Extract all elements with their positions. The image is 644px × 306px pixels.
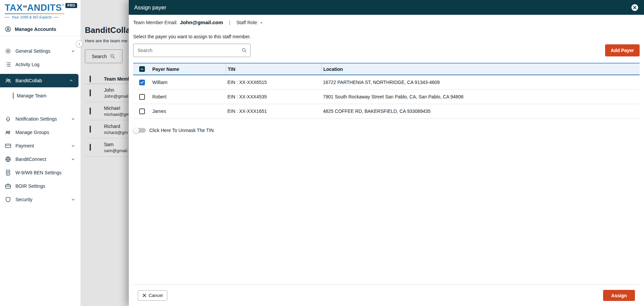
nav-label: Security [15, 197, 33, 202]
column-header-location: Location [321, 63, 640, 75]
payer-name: William [151, 80, 226, 85]
person-circle-icon [5, 26, 11, 33]
chevron-down-icon [70, 48, 76, 54]
payer-checkbox[interactable] [139, 80, 145, 85]
nav-label: Manage Groups [15, 130, 49, 135]
nav-label: BOIR Settings [15, 183, 45, 189]
x-icon [143, 294, 146, 297]
payer-search [133, 44, 251, 57]
unmask-tin-row: Click Here To Unmask The TIN [133, 127, 640, 133]
people-icon [5, 77, 11, 84]
payer-location: 7901 South Rockaway Street San Pablo, CA… [321, 94, 640, 99]
sidebar-item-manage-accounts[interactable]: Manage Accounts [0, 23, 80, 36]
nav-label: Notification Settings [15, 116, 57, 122]
brand-tax-text: TAX [5, 3, 23, 13]
sidebar-item-w9-w8-ben-settings[interactable]: W-9/W8 BEN Settings [0, 166, 80, 179]
payer-name: James [151, 108, 226, 114]
info-separator: | [229, 20, 230, 25]
chevron-down-icon [70, 143, 76, 148]
sidebar-item-manage-team[interactable]: Manage Team [0, 90, 80, 101]
registered-mark: ® [62, 3, 64, 7]
sidebar-item-general-settings[interactable]: General Settings [0, 44, 80, 58]
chevron-down-icon [70, 116, 76, 122]
chevron-down-icon [70, 157, 76, 162]
brand-logo: TAX ANDITS ® PRO Your 1099 & W2 Experts [0, 0, 80, 19]
nav-label: BanditConnect [15, 157, 46, 162]
close-icon[interactable] [631, 4, 639, 11]
modal-header: Assign payer [129, 0, 644, 15]
gear-icon [5, 48, 11, 54]
sidebar-item-security[interactable]: Security [0, 193, 80, 206]
credit-card-icon [5, 142, 11, 149]
payer-table-header: Payer Name TIN Location [133, 63, 640, 75]
payer-tin: EIN : XX-XXX4535 [226, 94, 321, 99]
chevron-left-icon [77, 42, 82, 46]
sidebar-collapse-button[interactable] [76, 40, 83, 47]
payer-tin: EIN : XX-XXX6515 [226, 80, 321, 85]
sidebar-item-banditconnect[interactable]: BanditConnect [0, 152, 80, 166]
payer-row[interactable]: Robert EIN : XX-XXX4535 7901 South Rocka… [133, 90, 640, 104]
payer-row[interactable]: William EIN : XX-XXX6515 16722 PARTHENIA… [133, 75, 640, 90]
modal-body: Team Member Email: John@gmail.com | Staf… [129, 15, 644, 306]
briefcase-icon [5, 183, 11, 189]
sidebar-item-manage-groups[interactable]: Manage Groups [0, 126, 80, 139]
column-header-tin: TIN [226, 63, 321, 75]
cancel-button[interactable]: Cancel [138, 290, 167, 301]
logo-divider [5, 13, 64, 14]
globe-icon [5, 156, 11, 163]
unmask-tin-toggle[interactable] [133, 127, 146, 133]
payer-tin: EIN : XX-XXX1651 [226, 108, 321, 114]
modal-footer: Cancel Assign [133, 285, 640, 306]
sidebar-item-activity-log[interactable]: Activity Log [0, 58, 80, 71]
sidebar-nav: General Settings Activity Log BanditColl… [0, 44, 80, 206]
pro-badge: PRO [65, 3, 77, 8]
brand-andits-text: ANDITS [27, 3, 62, 13]
brand-tagline: Your 1099 & W2 Experts [5, 15, 77, 19]
payer-name: Robert [151, 94, 226, 99]
shield-icon [5, 196, 11, 203]
payer-checkbox[interactable] [139, 94, 145, 100]
payer-location: 16722 PARTHENIA ST, NORTHRIDGE, CA 91343… [321, 80, 640, 85]
document-icon [5, 169, 11, 176]
sidebar-item-boir-settings[interactable]: BOIR Settings [0, 179, 80, 193]
sidebar-item-notification-settings[interactable]: Notification Settings [0, 112, 80, 126]
add-payer-button[interactable]: Add Payer [605, 44, 640, 56]
sidebar-item-banditcollab[interactable]: BanditCollab [0, 74, 78, 87]
nav-label: W-9/W8 BEN Settings [15, 170, 61, 175]
toggle-knob [133, 127, 139, 133]
unmask-tin-label: Click Here To Unmask The TIN [149, 128, 214, 133]
nav-label: Activity Log [15, 62, 40, 67]
modal-title: Assign payer [134, 4, 166, 11]
payer-location: 4825 COFFEE RD, BAKERSFIELD, CA 93308943… [321, 108, 640, 114]
staff-role-label: Staff Role: [236, 20, 258, 25]
team-member-email-label: Team Member Email: [133, 20, 177, 25]
sidebar-item-payment[interactable]: Payment [0, 139, 80, 152]
groups-icon [5, 129, 11, 136]
team-member-email-value: John@gmail.com [180, 19, 223, 26]
nav-label: Payment [15, 143, 34, 148]
payer-table: Payer Name TIN Location William EIN : XX… [133, 63, 640, 119]
payer-search-input[interactable] [133, 44, 251, 57]
staff-role-value: - [261, 19, 262, 26]
modal-controls-row: Add Payer [133, 44, 640, 57]
search-icon[interactable] [241, 47, 247, 53]
payer-checkbox[interactable] [139, 108, 145, 114]
nav-label: General Settings [15, 48, 50, 54]
chevron-up-icon [68, 78, 74, 83]
payer-row[interactable]: James EIN : XX-XXX1651 4825 COFFEE RD, B… [133, 104, 640, 119]
owl-mask-icon [23, 3, 27, 12]
app-root: TAX ANDITS ® PRO Your 1099 & W2 Experts … [0, 0, 644, 306]
bell-icon [5, 116, 11, 122]
select-all-payers-checkbox[interactable] [139, 66, 145, 72]
assign-payer-modal: Assign payer Team Member Email: John@gma… [129, 0, 644, 306]
member-info-row: Team Member Email: John@gmail.com | Staf… [133, 19, 640, 26]
column-header-payer-name: Payer Name [151, 63, 226, 75]
assign-button[interactable]: Assign [603, 290, 635, 301]
manage-accounts-label: Manage Accounts [15, 27, 56, 32]
activity-log-icon [5, 61, 11, 68]
nav-label: Manage Team [17, 93, 46, 98]
cancel-label: Cancel [149, 293, 163, 298]
chevron-down-icon [70, 197, 76, 202]
modal-instruction: Select the payer you want to assign to t… [133, 34, 640, 39]
nav-label: BanditCollab [15, 78, 42, 83]
